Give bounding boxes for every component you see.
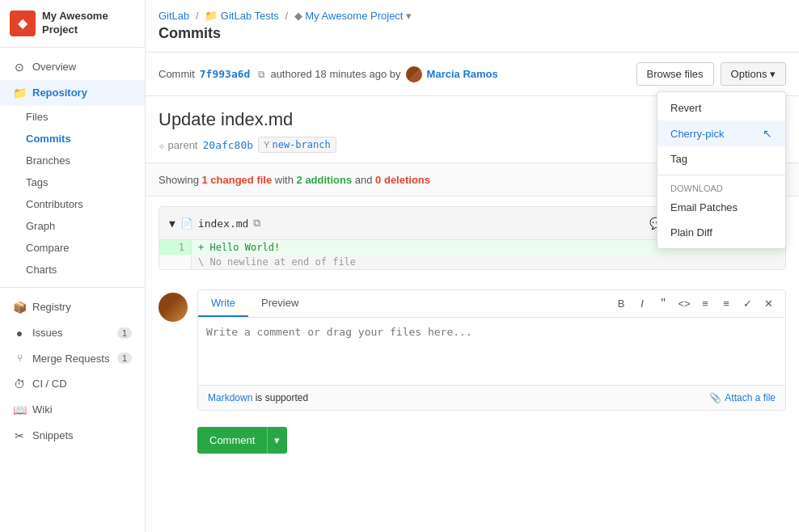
sidebar-item-label: Overview (32, 61, 76, 73)
comment-box: Write Preview B I " <> ≡ ≡ ✓ ✕ (159, 289, 786, 411)
breadcrumb-project-icon: ◆ (294, 10, 302, 22)
additions-count: 2 additions (297, 174, 353, 186)
sidebar-nav: ⊙ Overview 📁 Repository Files Commits Br… (0, 48, 145, 455)
comment-arrow-button[interactable]: ▾ (267, 427, 287, 454)
sidebar-item-label: Merge Requests (32, 353, 109, 365)
markdown-support: Markdown is supported (208, 392, 308, 403)
copy-sha-icon[interactable]: ⧉ (258, 69, 265, 80)
toolbar-ol[interactable]: ≡ (716, 293, 737, 315)
dropdown-plain-diff[interactable]: Plain Diff (657, 220, 785, 245)
subnav-tags[interactable]: Tags (26, 171, 145, 193)
filename: index.md (198, 217, 249, 230)
dropdown-tag[interactable]: Tag (657, 146, 785, 171)
sidebar-item-label: Wiki (32, 403, 53, 416)
dropdown-cherry-pick[interactable]: Cherry-pick ↖ (657, 120, 785, 146)
sidebar-item-merge-requests[interactable]: ⑂ Merge Requests 1 (0, 346, 145, 371)
comment-textarea[interactable] (198, 318, 785, 382)
comment-tabs: Write Preview B I " <> ≡ ≡ ✓ ✕ (198, 290, 785, 318)
commit-sha-label: Commit (159, 68, 195, 80)
subnav-graph[interactable]: Graph (26, 215, 145, 237)
project-name: My Awesome Project (42, 10, 108, 37)
repository-icon: 📁 (13, 87, 26, 99)
line-num-meta (159, 255, 192, 269)
project-header[interactable]: ◆ My Awesome Project (0, 0, 145, 48)
commenter-avatar (159, 293, 188, 322)
registry-icon: 📦 (13, 301, 26, 314)
sidebar-item-cicd[interactable]: ⏱ CI / CD (0, 371, 145, 397)
breadcrumb-tests[interactable]: GitLab Tests (221, 10, 279, 22)
line-num-1: 1 (159, 240, 192, 255)
line-content-meta: \ No newline at end of file (192, 255, 785, 269)
options-dropdown-menu: Revert Cherry-pick ↖ Tag Download Email … (657, 91, 786, 249)
options-button[interactable]: Options ▾ (721, 62, 786, 86)
wiki-icon: 📖 (13, 403, 26, 416)
sidebar-item-repository[interactable]: 📁 Repository (0, 80, 145, 106)
authored-text: authored 18 minutes ago by (270, 68, 400, 80)
subnav-files[interactable]: Files (26, 106, 145, 128)
copy-filename-icon[interactable]: ⧉ (253, 217, 260, 230)
cicd-icon: ⏱ (13, 378, 26, 391)
dropdown-email-patches[interactable]: Email Patches (657, 195, 785, 220)
sidebar-item-label: Snippets (32, 429, 74, 441)
snippets-icon: ✂ (13, 429, 26, 442)
options-dropdown-container: Options ▾ Revert Cherry-pick ↖ Tag Downl… (721, 62, 786, 86)
diff-summary-text: Showing 1 changed file with 2 additions … (159, 174, 430, 186)
showing-text: Showing (159, 174, 201, 186)
subnav-branches[interactable]: Branches (26, 150, 145, 171)
attach-file-link[interactable]: 📎 Attach a file (709, 392, 776, 403)
breadcrumb-gitlab[interactable]: GitLab (159, 10, 189, 22)
sidebar-item-label: Registry (32, 301, 71, 313)
toolbar-code[interactable]: <> (674, 293, 695, 315)
sidebar-item-wiki[interactable]: 📖 Wiki (0, 397, 145, 423)
subnav-compare[interactable]: Compare (26, 237, 145, 259)
merge-requests-icon: ⑂ (13, 353, 26, 364)
toolbar-italic[interactable]: I (632, 293, 653, 315)
comment-actions: Comment ▾ (159, 417, 786, 463)
file-diff-name: ▼ 📄 index.md ⧉ (169, 217, 260, 230)
page-title: Commits (146, 22, 799, 53)
author-name[interactable]: Marcia Ramos (427, 68, 498, 80)
breadcrumb-project[interactable]: My Awesome Project (305, 10, 403, 22)
issues-badge: 1 (117, 327, 132, 339)
sidebar: ◆ My Awesome Project ⊙ Overview 📁 Reposi… (0, 0, 146, 532)
browse-files-button[interactable]: Browse files (636, 62, 714, 86)
dropdown-revert[interactable]: Revert (657, 95, 785, 120)
collapse-icon[interactable]: ▼ (169, 217, 175, 230)
toolbar-bold[interactable]: B (611, 293, 632, 315)
changed-count: 1 changed file (201, 174, 272, 186)
commit-sha: 7f993a6d (200, 68, 251, 80)
attach-label: Attach a file (725, 392, 776, 403)
sidebar-item-registry[interactable]: 📦 Registry (0, 294, 145, 320)
deletions-count: 0 deletions (375, 174, 430, 186)
branch-badge: Y new-branch (258, 137, 336, 153)
author-avatar (406, 66, 422, 82)
markdown-link[interactable]: Markdown (208, 392, 252, 403)
tab-preview[interactable]: Preview (248, 290, 311, 317)
breadcrumb: GitLab / 📁 GitLab Tests / ◆ My Awesome P… (146, 0, 799, 22)
sidebar-item-issues[interactable]: ● Issues 1 (0, 320, 145, 346)
sidebar-item-overview[interactable]: ⊙ Overview (0, 54, 145, 80)
main-content: GitLab / 📁 GitLab Tests / ◆ My Awesome P… (146, 0, 799, 532)
tab-write[interactable]: Write (198, 290, 248, 317)
subnav-contributors[interactable]: Contributors (26, 193, 145, 215)
branch-name[interactable]: new-branch (272, 139, 330, 150)
toolbar-quote[interactable]: " (653, 293, 674, 315)
dropdown-divider (657, 175, 785, 175)
toolbar-close[interactable]: ✕ (758, 293, 779, 315)
parent-sha[interactable]: 20afc80b (202, 139, 253, 151)
repository-subnav: Files Commits Branches Tags Contributors… (0, 106, 145, 281)
sidebar-item-snippets[interactable]: ✂ Snippets (0, 423, 145, 449)
toolbar-check[interactable]: ✓ (737, 293, 758, 315)
subnav-commits[interactable]: Commits (26, 128, 145, 150)
comment-editor: Write Preview B I " <> ≡ ≡ ✓ ✕ (197, 289, 786, 411)
parent-label: ⬦ parent (159, 139, 197, 151)
subnav-charts[interactable]: Charts (26, 259, 145, 281)
breadcrumb-chevron: ▾ (406, 10, 412, 22)
toolbar-ul[interactable]: ≡ (695, 293, 716, 315)
commit-info: Commit 7f993a6d ⧉ authored 18 minutes ag… (159, 66, 498, 82)
comment-button[interactable]: Comment (197, 427, 267, 454)
branch-icon: Y (264, 140, 269, 150)
file-icon: 📄 (180, 217, 193, 230)
dropdown-download-label: Download (657, 179, 785, 195)
overview-icon: ⊙ (13, 61, 26, 74)
